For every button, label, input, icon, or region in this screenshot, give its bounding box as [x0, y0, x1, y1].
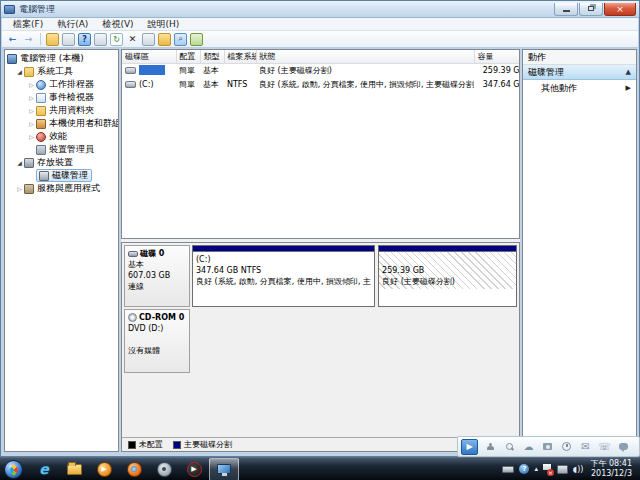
tree-item-system-tools[interactable]: 系統工具	[5, 65, 118, 78]
chat-icon[interactable]	[617, 440, 630, 453]
desktop: 電腦管理 × 檔案(F) 執行(A) 檢視(V) 說明(H) ← → ? ↻ ✕	[0, 0, 640, 480]
contacts-icon[interactable]	[484, 440, 497, 453]
tree-item-performance[interactable]: 效能	[5, 130, 118, 143]
collapsed-icon[interactable]	[27, 133, 36, 140]
history-icon[interactable]	[560, 440, 573, 453]
collapsed-icon[interactable]	[27, 94, 36, 101]
tree-item-storage[interactable]: 存放裝置	[5, 156, 118, 169]
refresh-icon[interactable]: ↻	[110, 33, 123, 46]
volume-row-unnamed[interactable]: 簡單 基本 良好 (主要磁碟分割) 259.39 GB 259.39 G	[122, 63, 520, 77]
ime-keyboard-icon[interactable]	[502, 466, 514, 473]
col-filesystem[interactable]: 檔案系統	[224, 50, 256, 63]
toolbar-separator	[40, 33, 41, 45]
cd-rom-row: CD-ROM 0 DVD (D:) 沒有媒體	[124, 309, 517, 373]
collapsed-icon[interactable]	[27, 107, 36, 114]
collapsed-icon[interactable]	[27, 120, 36, 127]
hard-disk-icon	[128, 251, 138, 257]
taskbar-disk-utility[interactable]	[149, 458, 179, 480]
actions-section-disk-management[interactable]: 磁碟管理	[523, 65, 636, 80]
player-icon[interactable]: ▶	[461, 439, 478, 455]
col-type[interactable]: 類型	[200, 50, 224, 63]
selected-tree-item[interactable]: 磁碟管理	[36, 169, 92, 182]
window-system-icon[interactable]	[4, 5, 15, 14]
taskbar-windows-explorer[interactable]	[59, 458, 89, 480]
network-icon[interactable]	[557, 465, 568, 474]
tree-item-task-scheduler[interactable]: 工作排程器	[5, 78, 118, 91]
expanded-icon[interactable]	[15, 68, 24, 75]
more-actions-item[interactable]: 其他動作	[523, 80, 636, 96]
console-window2-icon[interactable]	[94, 33, 107, 46]
tree-item-event-viewer[interactable]: 事件檢視器	[5, 91, 118, 104]
tree-item-services-applications[interactable]: 服務與應用程式	[5, 182, 118, 195]
taskbar-internet-explorer[interactable]: e	[29, 458, 59, 480]
menu-file[interactable]: 檔案(F)	[6, 18, 50, 31]
console-window-icon[interactable]	[62, 33, 75, 46]
disk-0-label[interactable]: 磁碟 0 基本 607.03 GB 連線	[124, 245, 190, 307]
tree-item-shared-folders[interactable]: 共用資料夾	[5, 104, 118, 117]
computer-management-icon	[217, 464, 231, 474]
taskbar-clock[interactable]: 下午 08:41 2013/12/3	[588, 459, 636, 479]
delete-icon[interactable]: ✕	[126, 33, 139, 46]
mail-icon[interactable]: ✉	[579, 440, 592, 453]
properties-icon[interactable]	[142, 33, 155, 46]
collapsed-icon[interactable]	[27, 81, 36, 88]
menu-help[interactable]: 說明(H)	[141, 18, 187, 31]
collapse-section-icon[interactable]	[626, 68, 631, 76]
volume-icon[interactable]: ◖))	[573, 465, 583, 474]
legend-primary-partition: 主要磁碟分割	[173, 439, 232, 450]
tree-item-disk-management[interactable]: 磁碟管理	[5, 169, 118, 182]
taskbar-media-player[interactable]: ▶	[89, 458, 119, 480]
start-button[interactable]	[4, 460, 23, 479]
screenshot-icon[interactable]	[541, 440, 554, 453]
toolbar: ← → ? ↻ ✕ ⌕	[2, 31, 638, 48]
col-layout[interactable]: 配置	[176, 50, 200, 63]
col-status[interactable]: 狀態	[256, 50, 474, 63]
tree-item-device-manager[interactable]: 裝置管理員	[5, 143, 118, 156]
help-tray-icon[interactable]: ?	[519, 464, 529, 474]
back-icon[interactable]: ←	[6, 33, 19, 46]
console-tree: 電腦管理 (本機) 系統工具 工作排程器 事件檢視器 共用資料夾	[4, 49, 119, 452]
internet-explorer-icon: e	[39, 461, 49, 477]
open-folder-icon[interactable]	[158, 33, 171, 46]
submenu-arrow-icon	[626, 84, 631, 92]
legend-unallocated: 未配置	[128, 439, 163, 450]
graphical-view: 磁碟 0 基本 607.03 GB 連線 (C:) 347.64 GB NTFS…	[121, 242, 520, 452]
col-volume[interactable]: 磁碟區	[122, 50, 176, 63]
disk-management-view: 磁碟區 配置 類型 檔案系統 狀態 容量 可用空間 簡單 基本 良好 (主要磁碟…	[121, 49, 520, 452]
menu-view[interactable]: 檢視(V)	[95, 18, 140, 31]
forward-icon[interactable]: →	[22, 33, 35, 46]
help-icon[interactable]: ?	[78, 33, 91, 46]
taskbar-firefox[interactable]	[119, 458, 149, 480]
tree-item-local-users-groups[interactable]: 本機使用者和群組	[5, 117, 118, 130]
taskbar-computer-management-active[interactable]	[209, 458, 239, 480]
computer-icon	[7, 54, 17, 64]
player-q-icon: ▶	[187, 462, 202, 477]
services-icon	[24, 184, 34, 194]
shared-folders-icon	[36, 106, 46, 116]
action-center-flag-icon[interactable]	[543, 464, 552, 474]
cd-rom-empty-area	[192, 309, 517, 373]
find-icon[interactable]: ⌕	[174, 33, 187, 46]
col-capacity[interactable]: 容量	[474, 50, 520, 63]
search-icon[interactable]	[503, 440, 516, 453]
partition-unnamed-selected[interactable]: 259.39 GB 良好 (主要磁碟分割)	[378, 245, 517, 307]
call-icon[interactable]: ☏	[598, 440, 611, 453]
title-bar[interactable]: 電腦管理 ×	[1, 1, 639, 18]
cloud-icon[interactable]: ☁	[522, 440, 535, 453]
expanded-icon[interactable]	[15, 159, 24, 166]
volume-row-c[interactable]: (C:) 簡單 基本 NTFS 良好 (系統, 啟動, 分頁檔案, 使用中, 損…	[122, 77, 520, 91]
manage-disk-icon[interactable]	[190, 33, 203, 46]
show-console-tree-icon[interactable]	[46, 33, 59, 46]
menu-action[interactable]: 執行(A)	[50, 18, 95, 31]
restore-button[interactable]	[579, 3, 603, 16]
close-button[interactable]: ×	[604, 3, 636, 16]
volume-name-selected[interactable]	[139, 65, 165, 75]
minimize-button[interactable]	[554, 3, 578, 16]
taskbar-media-app[interactable]: ▶	[179, 458, 209, 480]
collapsed-icon[interactable]	[15, 185, 24, 192]
tree-item-computer-management[interactable]: 電腦管理 (本機)	[5, 52, 118, 65]
cd-rom-label[interactable]: CD-ROM 0 DVD (D:) 沒有媒體	[124, 309, 190, 373]
show-hidden-icons-chevron[interactable]: ▴	[534, 465, 538, 473]
media-player-icon: ▶	[97, 462, 112, 477]
partition-c[interactable]: (C:) 347.64 GB NTFS 良好 (系統, 啟動, 分頁檔案, 使用…	[192, 245, 375, 307]
